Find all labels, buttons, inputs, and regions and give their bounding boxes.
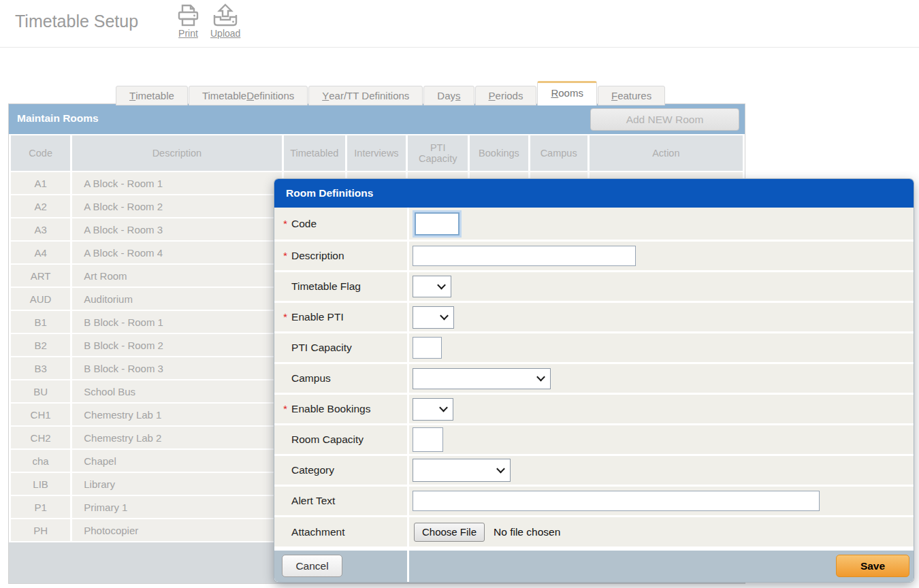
toolbar: Print Upload — [176, 3, 240, 39]
room-description-cell: Primary 1 — [72, 496, 281, 518]
tab-year-tt-definitions[interactable]: Year/TT Definitions — [308, 86, 423, 105]
modal-body: *Code*Description*Timetable Flag*Enable … — [274, 208, 914, 546]
upload-button[interactable]: Upload — [210, 3, 240, 39]
modal-footer: Cancel Save — [274, 551, 914, 582]
print-button[interactable]: Print — [176, 3, 201, 39]
category-field-cell — [409, 456, 914, 485]
enable-pti-row: *Enable PTI — [274, 303, 914, 331]
room-description-cell: A Block - Room 4 — [72, 242, 281, 263]
room-code-cell: B3 — [11, 357, 70, 379]
alert-text-label: *Alert Text — [274, 487, 407, 515]
column-header-interviews: Interviews — [347, 135, 406, 171]
room-capacity-input[interactable] — [413, 427, 443, 452]
room-description-cell: A Block - Room 3 — [72, 218, 281, 240]
room-capacity-row: *Room Capacity — [274, 425, 914, 454]
enable-bookings-field-cell — [409, 395, 914, 423]
cancel-button[interactable]: Cancel — [282, 555, 342, 577]
chevron-down-icon — [536, 373, 545, 382]
room-definitions-modal: Room Definitions *Code*Description*Timet… — [274, 179, 914, 582]
room-description-cell: A Block - Room 2 — [72, 195, 281, 217]
description-row: *Description — [274, 242, 914, 270]
room-description-cell: Chapel — [72, 450, 281, 472]
enable-pti-select[interactable] — [413, 306, 454, 329]
code-field-cell — [409, 208, 914, 240]
room-code-cell: PH — [11, 519, 70, 541]
alert-text-row: *Alert Text — [274, 487, 914, 515]
enable-bookings-select[interactable] — [413, 398, 453, 421]
description-label: *Description — [274, 242, 407, 270]
code-input[interactable] — [415, 212, 460, 235]
code-label: *Code — [274, 208, 407, 240]
alert-text-field-cell — [409, 487, 914, 515]
maintain-rooms-title: Maintain Rooms — [17, 112, 99, 125]
required-asterisk: * — [283, 311, 287, 323]
code-row: *Code — [274, 208, 914, 240]
room-description-cell: Chemestry Lab 1 — [72, 404, 281, 425]
timetable-flag-select[interactable] — [413, 276, 451, 297]
column-header-pti-capacity: PTI Capacity — [408, 135, 468, 171]
enable-pti-field-cell — [409, 303, 914, 331]
attachment-label: *Attachment — [274, 517, 407, 546]
save-button[interactable]: Save — [836, 555, 909, 577]
room-code-cell: LIB — [11, 473, 70, 495]
category-label: *Category — [274, 456, 407, 485]
room-capacity-label: *Room Capacity — [274, 425, 407, 454]
tab-timetable-definitions[interactable]: Timetable Definitions — [189, 86, 308, 105]
modal-title: Room Definitions — [286, 187, 373, 199]
column-header-action: Action — [590, 135, 743, 171]
pti-capacity-input[interactable] — [413, 337, 442, 359]
room-description-cell: Chemestry Lab 2 — [72, 427, 281, 448]
room-description-cell: School Bus — [72, 380, 281, 402]
enable-pti-label: *Enable PTI — [274, 303, 407, 331]
chevron-down-icon — [496, 465, 505, 474]
room-code-cell: A1 — [11, 172, 70, 194]
alert-text-input[interactable] — [413, 491, 820, 511]
enable-bookings-row: *Enable Bookings — [274, 395, 914, 423]
room-capacity-field-cell — [409, 425, 914, 454]
timetable-flag-label: *Timetable Flag — [274, 272, 407, 301]
modal-footer-left: Cancel — [274, 551, 407, 582]
upload-icon — [212, 3, 239, 27]
timetable-flag-row: *Timetable Flag — [274, 272, 914, 301]
column-header-campus: Campus — [530, 135, 587, 171]
column-header-timetabled: Timetabled — [284, 135, 345, 171]
upload-label[interactable]: Upload — [210, 28, 240, 39]
required-asterisk: * — [283, 218, 287, 230]
room-code-cell: CH2 — [11, 427, 70, 448]
room-description-cell: A Block - Room 1 — [72, 172, 281, 194]
room-description-cell: B Block - Room 3 — [72, 357, 281, 379]
room-description-cell: Art Room — [72, 265, 281, 287]
page-header: Timetable Setup Print — [0, 0, 919, 48]
pti-capacity-label: *PTI Capacity — [274, 333, 407, 362]
file-status: No file chosen — [494, 526, 560, 538]
pti-capacity-field-cell — [409, 333, 914, 362]
tab-timetable[interactable]: Timetable — [116, 86, 188, 105]
attachment-row: *AttachmentChoose FileNo file chosen — [274, 517, 914, 546]
column-header-code: Code — [11, 135, 70, 171]
column-header-bookings: Bookings — [470, 135, 528, 171]
room-code-cell: BU — [11, 380, 70, 402]
room-code-cell: B1 — [11, 311, 70, 333]
page-title: Timetable Setup — [15, 12, 138, 31]
room-code-cell: AUD — [11, 288, 70, 310]
description-input[interactable] — [413, 246, 636, 266]
room-code-cell: CH1 — [11, 404, 70, 425]
choose-file-button[interactable]: Choose File — [414, 523, 485, 542]
room-description-cell: Photocopier — [72, 519, 281, 541]
add-new-room-button-top[interactable]: Add NEW Room — [590, 108, 739, 131]
category-select[interactable] — [413, 459, 511, 482]
tab-rooms[interactable]: Rooms — [537, 81, 597, 105]
room-code-cell: B2 — [11, 334, 70, 356]
campus-select[interactable] — [413, 368, 551, 389]
room-description-cell: Library — [72, 473, 281, 495]
modal-header: Room Definitions — [274, 179, 914, 208]
tab-bar: TimetableTimetable DefinitionsYear/TT De… — [116, 81, 666, 105]
tab-features[interactable]: Features — [598, 86, 665, 105]
room-code-cell: A2 — [11, 195, 70, 217]
room-description-cell: Auditorium — [72, 288, 281, 310]
tab-periods[interactable]: Periods — [475, 86, 537, 105]
print-label[interactable]: Print — [178, 28, 198, 39]
campus-field-cell — [409, 364, 914, 393]
tab-days[interactable]: Days — [423, 86, 474, 105]
chevron-down-icon — [439, 404, 448, 412]
